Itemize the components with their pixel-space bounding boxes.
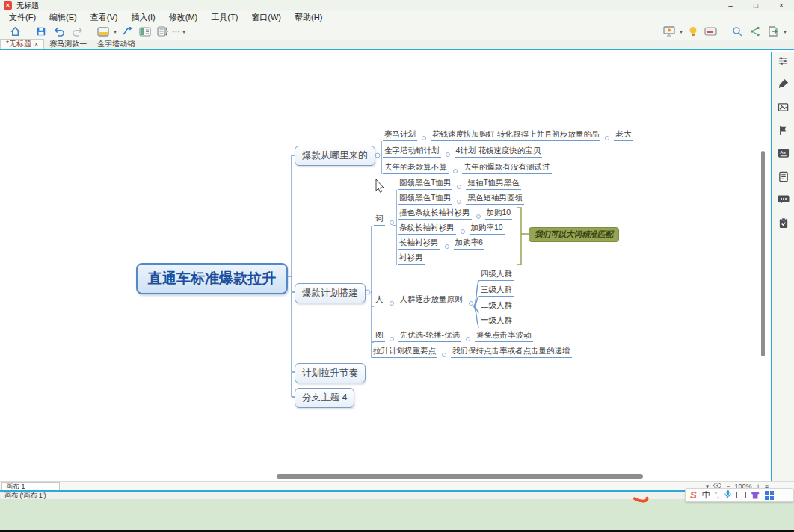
root-topic[interactable]: 直通车标准爆款拉升 — [136, 263, 288, 294]
topic-text: 二级人群 — [479, 300, 514, 312]
branch-topic-4[interactable]: 分支主题 4 — [295, 388, 354, 408]
topic-text: 圆领黑色T恤男 — [398, 177, 452, 190]
relationship-icon[interactable] — [120, 25, 135, 38]
topic-text: 去年的爆款有没有测试过 — [462, 161, 552, 174]
menu-file[interactable]: 文件(F) — [2, 11, 43, 23]
horizontal-scrollbar[interactable] — [277, 474, 643, 479]
brace-icon[interactable] — [156, 25, 170, 38]
menu-insert[interactable]: 插入(I) — [124, 11, 161, 23]
map-row[interactable]: 条纹长袖衬衫男 加购率10 — [398, 223, 505, 235]
input-mode-chinese[interactable]: 中 — [702, 489, 710, 501]
toolbar: ▾ ⋯ ▾ ▾ — [0, 23, 794, 40]
map-row[interactable]: 去年的老款算不算 去年的爆款有没有测试过 — [383, 162, 552, 174]
branch-topic-source[interactable]: 爆款从哪里来的 — [295, 146, 375, 166]
collapse-dot[interactable] — [422, 136, 426, 140]
marker-flag-icon[interactable] — [778, 124, 790, 136]
map-row[interactable]: 圆领黑色T恤男 黑色短袖男圆领 — [398, 193, 524, 205]
map-row-word[interactable]: 词 — [374, 214, 398, 226]
task-clipboard-icon[interactable] — [778, 217, 790, 229]
export-icon[interactable] — [766, 25, 781, 38]
collapse-dot[interactable] — [445, 244, 449, 249]
home-icon[interactable] — [7, 25, 22, 38]
comment-icon[interactable] — [778, 194, 790, 205]
outline-settings-icon[interactable] — [778, 55, 790, 66]
summary-callout[interactable]: 我们可以大词精准匹配 — [529, 227, 619, 242]
collapse-dot[interactable] — [469, 301, 473, 306]
collapse-dot[interactable] — [453, 169, 458, 173]
notes-icon[interactable] — [778, 170, 790, 182]
keyboard-icon[interactable] — [736, 492, 746, 498]
map-row-weight[interactable]: 拉升计划权重要点 我们保持点击率或者点击量的递增 — [372, 346, 572, 358]
mindmap-canvas[interactable]: 直通车标准爆款拉升 爆款从哪里来的 爆款计划搭建 计划拉升节奏 分支主题 4 赛… — [0, 52, 771, 481]
branch-topic-plan[interactable]: 爆款计划搭建 — [295, 283, 366, 303]
idea-bulb-icon[interactable] — [686, 25, 701, 38]
search-icon[interactable] — [730, 25, 745, 38]
voice-input-icon[interactable] — [724, 489, 731, 502]
map-row[interactable]: 三级人群 — [479, 285, 514, 297]
collapse-dot[interactable] — [390, 301, 394, 306]
map-row-people[interactable]: 人 人群逐步放量原则 — [374, 294, 478, 306]
theme-caret-icon[interactable]: ▾ — [114, 28, 117, 35]
menu-help[interactable]: 帮助(H) — [288, 11, 329, 23]
redo-icon[interactable] — [70, 25, 84, 38]
close-button[interactable]: × — [769, 0, 794, 11]
maximize-button[interactable]: □ — [743, 0, 769, 11]
map-row[interactable]: 二级人群 — [479, 300, 514, 312]
menu-modify[interactable]: 修改(M) — [162, 11, 205, 23]
app-window: × 无标题 – □ × 文件(F) 编辑(E) 查看(V) 插入(I) 修改(M… — [0, 0, 794, 532]
format-brush-icon[interactable] — [778, 78, 790, 90]
collapse-dot[interactable] — [605, 136, 609, 140]
sticker-text-icon[interactable]: Aa — [778, 147, 790, 159]
export-caret-icon[interactable]: ▾ — [784, 28, 787, 35]
collapse-dot[interactable] — [442, 353, 446, 357]
image-icon[interactable] — [778, 101, 790, 113]
tab-saima[interactable]: 赛马测款一 — [44, 40, 92, 49]
map-row-image[interactable]: 图 先优选-轮播-优选 避免点击率波动 — [374, 330, 533, 342]
more-caret-icon[interactable]: ▾ — [182, 28, 185, 35]
tab-untitled[interactable]: *无标题 × — [0, 39, 44, 49]
menu-window[interactable]: 窗口(W) — [244, 11, 288, 23]
topic-text: 四级人群 — [479, 268, 514, 281]
theme-style-icon[interactable] — [96, 25, 111, 38]
map-row[interactable]: 长袖衬衫男 加购率6 — [398, 238, 484, 250]
collapse-dot[interactable] — [390, 337, 394, 341]
sogou-input-bar[interactable]: S 中 ’, — [685, 488, 794, 502]
presentation-caret-icon[interactable]: ▾ — [680, 28, 683, 35]
undo-icon[interactable] — [52, 25, 67, 38]
map-row[interactable]: 撞色条纹长袖衬衫男 加购10 — [398, 208, 512, 220]
sheet-bar: 画布 1 ▾ − 100% + ≡ — [0, 481, 794, 490]
menu-edit[interactable]: 编辑(E) — [43, 11, 84, 23]
toolbox-icon[interactable] — [765, 491, 769, 495]
collapse-dot[interactable] — [446, 152, 450, 157]
more-tools-icon[interactable]: ⋯ — [172, 27, 181, 37]
sogou-logo-icon[interactable]: S — [690, 489, 697, 501]
slideshow-banner-icon[interactable] — [704, 25, 718, 38]
topic-text: 衬衫男 — [398, 252, 425, 265]
save-icon[interactable] — [34, 25, 49, 38]
collapse-dot[interactable] — [466, 337, 470, 341]
tab-jinzita[interactable]: 金字塔动销 — [92, 40, 140, 49]
map-row[interactable]: 一级人群 — [479, 315, 514, 327]
punctuation-mode[interactable]: ’, — [715, 491, 719, 499]
map-row[interactable]: 衬衫男 — [398, 253, 425, 265]
vertical-scrollbar[interactable] — [761, 151, 765, 356]
map-row[interactable]: 圆领黑色T恤男 短袖T恤男黑色 — [398, 178, 521, 190]
share-icon[interactable] — [748, 25, 763, 38]
collapse-dot[interactable] — [476, 214, 481, 219]
presentation-icon[interactable] — [662, 25, 677, 38]
summary-icon[interactable] — [138, 25, 153, 38]
collapse-dot[interactable] — [457, 200, 461, 204]
menu-tools[interactable]: 工具(T) — [204, 11, 244, 23]
collapse-dot[interactable] — [457, 185, 461, 189]
map-row[interactable]: 四级人群 — [479, 269, 514, 281]
menu-view[interactable]: 查看(V) — [84, 11, 125, 23]
map-row[interactable]: 金字塔动销计划 4计划 花钱速度快的宝贝 — [383, 146, 542, 158]
collapse-dot[interactable] — [461, 229, 465, 234]
topic-text: 加购10 — [485, 207, 513, 220]
map-row[interactable]: 赛马计划 花钱速度快加购好 转化跟得上并且初步放量的品 老大 — [383, 129, 633, 141]
minimize-button[interactable]: – — [718, 0, 743, 11]
skin-icon[interactable] — [751, 492, 760, 499]
branch-topic-rhythm[interactable]: 计划拉升节奏 — [295, 363, 366, 383]
collapse-dot[interactable] — [390, 220, 394, 225]
tab-close-icon[interactable]: × — [34, 40, 38, 49]
